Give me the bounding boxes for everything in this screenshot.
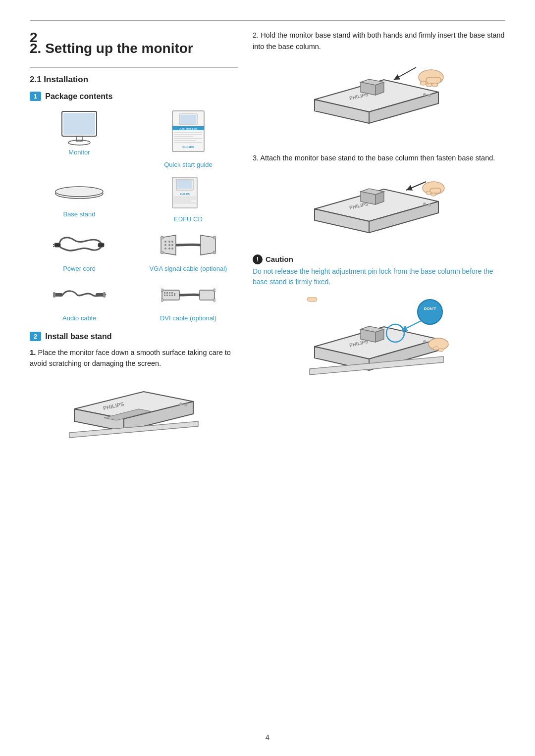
subsection-title: 2.1 Installation	[30, 75, 238, 85]
svg-text:PHILIPS: PHILIPS	[180, 193, 190, 196]
quick-start-label: Quick start guide	[164, 161, 213, 168]
fig-monitor-facedown: PHILIPS	[30, 374, 238, 444]
step1-badge: 1	[30, 92, 41, 101]
svg-point-61	[161, 289, 163, 292]
svg-rect-1	[63, 113, 95, 135]
svg-rect-59	[171, 295, 173, 296]
svg-point-92	[423, 202, 426, 205]
svg-rect-98	[430, 188, 441, 193]
svg-point-34	[168, 241, 170, 243]
svg-rect-60	[174, 293, 175, 296]
svg-rect-118	[438, 349, 443, 352]
svg-rect-50	[103, 292, 106, 298]
step1-label: Package contents	[45, 92, 112, 101]
step2-label: Install base stand	[45, 332, 111, 341]
package-item-base-stand: Base stand	[30, 173, 129, 223]
svg-rect-22	[177, 180, 192, 189]
svg-point-38	[171, 244, 173, 246]
fig-fasten-base: PHILIPS	[253, 169, 505, 244]
base-stand-image	[52, 173, 107, 208]
svg-rect-87	[432, 83, 438, 87]
package-contents-grid: Monitor	[30, 109, 238, 322]
svg-rect-28	[54, 243, 60, 247]
power-cord-label: Power cord	[63, 265, 96, 272]
edfu-cd-label: EDFU CD	[174, 215, 203, 223]
svg-point-35	[171, 241, 173, 243]
svg-rect-48	[53, 292, 55, 298]
svg-point-78	[423, 93, 426, 96]
svg-text:Quick start guide: Quick start guide	[179, 127, 198, 130]
base-stand-label: Base stand	[63, 210, 95, 218]
svg-rect-117	[433, 347, 438, 350]
right-step-3: 3. Attach the monitor base stand to the …	[253, 152, 505, 243]
power-cord-image	[52, 228, 107, 262]
audio-cable-label: Audio cable	[62, 314, 96, 322]
package-item-monitor: Monitor	[30, 109, 129, 168]
caution-text: Do not release the height adjustment pin…	[253, 266, 505, 287]
svg-rect-7	[180, 115, 196, 124]
svg-point-36	[164, 244, 166, 246]
package-item-power-cord: Power cord	[30, 228, 129, 272]
vga-cable-image	[159, 228, 218, 262]
svg-text:PHILIPS: PHILIPS	[182, 146, 194, 149]
fig-insert-base: PHILIPS	[253, 57, 505, 142]
svg-point-71	[184, 403, 187, 406]
svg-point-33	[164, 241, 166, 243]
package-item-quick-start: Quick start guide PHILIPS Quick	[139, 109, 238, 168]
dvi-cable-label: DVI cable (optional)	[160, 314, 216, 322]
audio-cable-image	[52, 277, 107, 312]
fig-dont: PHILIPS DON'T	[253, 297, 505, 391]
svg-point-42	[160, 236, 163, 239]
svg-point-105	[423, 340, 426, 343]
monitor-image	[54, 109, 104, 146]
svg-text:DON'T: DON'T	[424, 306, 436, 311]
svg-rect-58	[169, 295, 170, 296]
dvi-cable-image	[161, 277, 215, 312]
svg-point-43	[160, 251, 163, 254]
install-step-1-text: 1. Place the monitor face down a smooth …	[30, 347, 238, 369]
quick-start-image: Quick start guide PHILIPS	[168, 109, 208, 158]
svg-rect-52	[164, 292, 165, 294]
svg-point-93	[428, 203, 431, 206]
svg-rect-84	[426, 77, 441, 83]
caution-box: ! Caution Do not release the height adju…	[253, 254, 505, 287]
svg-rect-85	[420, 81, 426, 85]
step3-instruction: 3. Attach the monitor base stand to the …	[253, 152, 505, 164]
svg-point-46	[213, 251, 216, 254]
caution-title: ! Caution	[253, 254, 505, 264]
svg-line-113	[401, 321, 421, 331]
svg-point-45	[213, 236, 216, 239]
vga-cable-label: VGA signal cable (optional)	[150, 265, 227, 272]
edfu-cd-image: PHILIPS	[168, 173, 208, 213]
svg-point-40	[168, 248, 170, 250]
svg-rect-53	[166, 292, 168, 294]
svg-point-62	[161, 299, 163, 302]
step2-badge: 2	[30, 332, 41, 341]
svg-point-39	[164, 248, 166, 250]
caution-icon: !	[253, 254, 263, 264]
step2-instruction: 2. Hold the monitor base stand with both…	[253, 30, 505, 52]
svg-point-70	[179, 403, 182, 405]
svg-point-64	[213, 289, 215, 292]
svg-rect-57	[166, 295, 168, 296]
svg-point-79	[428, 94, 431, 97]
svg-rect-86	[426, 83, 432, 87]
svg-rect-54	[169, 292, 170, 294]
package-item-dvi-cable: DVI cable (optional)	[139, 277, 238, 322]
svg-rect-99	[426, 191, 431, 195]
svg-point-19	[57, 188, 101, 196]
svg-point-65	[213, 299, 215, 302]
package-item-audio-cable: Audio cable	[30, 277, 129, 322]
section-heading: 2. Setting up the monitor	[30, 41, 238, 56]
page-number: 4	[266, 733, 269, 741]
svg-rect-116	[307, 297, 317, 302]
svg-point-111	[418, 300, 442, 324]
svg-rect-63	[200, 290, 214, 300]
right-step-2: 2. Hold the monitor base stand with both…	[253, 30, 505, 142]
svg-rect-55	[171, 292, 173, 294]
svg-rect-100	[431, 193, 436, 196]
svg-point-37	[168, 244, 170, 246]
svg-point-41	[171, 248, 173, 250]
svg-rect-31	[98, 243, 104, 247]
svg-rect-56	[164, 295, 165, 296]
